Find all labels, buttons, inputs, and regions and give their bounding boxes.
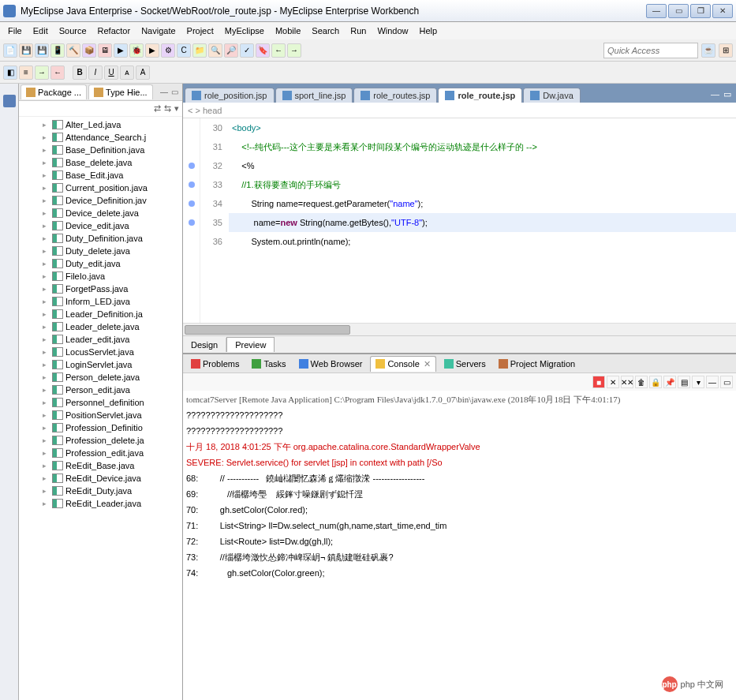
outdent-icon[interactable]: ← [50,66,65,80]
back-icon[interactable]: ← [271,43,286,58]
device-icon[interactable]: 📱 [50,43,65,58]
menu-mobile[interactable]: Mobile [271,24,305,37]
format-icon[interactable]: ≡ [19,66,33,80]
show-source-icon[interactable]: ◧ [3,66,17,80]
tree-item[interactable]: ▸Base_Edit.java [21,169,181,182]
menu-file[interactable]: File [3,24,27,37]
tree-item[interactable]: ▸Personnel_definition [21,396,181,409]
menu-run[interactable]: Run [346,24,371,37]
new-icon[interactable]: 📄 [3,43,17,58]
tree-item[interactable]: ▸Current_position.java [21,182,181,194]
new-class-icon[interactable]: C [177,43,191,58]
debug-icon[interactable]: 🐞 [129,43,144,58]
tree-item[interactable]: ▸ReEdit_Leader.java [21,497,181,510]
editor-tab[interactable]: role_position.jsp [185,88,275,103]
clear-console-icon[interactable]: 🗑 [635,376,648,388]
left-tab[interactable]: Type Hie... [88,84,153,99]
restore-button[interactable]: ❐ [690,4,711,18]
tree-item[interactable]: ▸LocusServlet.java [21,346,181,358]
tree-item[interactable]: ▸Person_delete.java [21,371,181,384]
menu-edit[interactable]: Edit [28,24,53,37]
tree-item[interactable]: ▸Duty_delete.java [21,245,181,257]
link-icon[interactable]: ⇆ [164,103,171,114]
max-console-icon[interactable]: ▭ [720,376,733,388]
tree-item[interactable]: ▸Inform_LED.java [21,295,181,308]
console-output[interactable]: tomcat7Server [Remote Java Application] … [183,391,736,700]
editor-max-icon[interactable]: ▭ [723,89,734,100]
menu-navigate[interactable]: Navigate [136,24,180,37]
server-icon[interactable]: 🖥 [98,43,112,58]
tree-item[interactable]: ▸Profession_edit.java [21,447,181,459]
editor-tab[interactable]: role_routes.jsp [353,88,437,103]
pin-console-icon[interactable]: 📌 [663,376,676,388]
tree-item[interactable]: ▸Person_edit.java [21,384,181,396]
bottom-tab-servers[interactable]: Servers [439,357,491,371]
menu-search[interactable]: Search [307,24,344,37]
breadcrumb[interactable]: < > head [183,103,736,118]
new-package-icon[interactable]: 📁 [192,43,207,58]
tree-item[interactable]: ▸FileIo.java [21,270,181,283]
editor-tab[interactable]: sport_line.jsp [275,88,353,103]
menu-window[interactable]: Window [372,24,413,37]
menu-source[interactable]: Source [54,24,92,37]
bottom-tab-tasks[interactable]: Tasks [247,357,290,371]
task-icon[interactable]: ✓ [240,43,254,58]
search-icon[interactable]: 🔎 [224,43,238,58]
tree-item[interactable]: ▸ForgetPass.java [21,283,181,295]
menu-refactor[interactable]: Refactor [93,24,136,37]
tree-item[interactable]: ▸ReEdit_Base.java [21,459,181,472]
bold-icon[interactable]: B [73,66,87,80]
tree-item[interactable]: ▸Base_delete.java [21,156,181,169]
stop-icon[interactable]: ■ [592,376,605,388]
save-all-icon[interactable]: 💾 [35,43,49,58]
db-icon[interactable] [3,95,16,107]
preview-tab[interactable]: Preview [226,337,275,352]
save-icon[interactable]: 💾 [19,43,33,58]
open-type-icon[interactable]: 🔍 [208,43,222,58]
underline-icon[interactable]: U [104,66,118,80]
left-tab[interactable]: Package ... [21,84,87,99]
tree-item[interactable]: ▸ReEdit_Device.java [21,472,181,485]
tree-item[interactable]: ▸Profession_Definitio [21,421,181,434]
build-icon[interactable]: 🔨 [66,43,80,58]
small-icon[interactable]: ᴀ [120,66,134,80]
tree-item[interactable]: ▸Alter_Led.java [21,118,181,131]
indent-icon[interactable]: → [35,66,49,80]
bookmark-icon[interactable]: 🔖 [256,43,270,58]
tree-item[interactable]: ▸Device_edit.java [21,219,181,232]
tree-item[interactable]: ▸PositionServlet.java [21,409,181,421]
minimize-button[interactable]: — [646,4,667,18]
remove-launch-icon[interactable]: ✕ [607,376,619,388]
tree-item[interactable]: ▸Duty_edit.java [21,257,181,270]
editor-tab[interactable]: role_route.jsp [438,88,522,103]
design-tab[interactable]: Design [183,338,226,352]
bottom-tab-project-migration[interactable]: Project Migration [494,357,581,371]
display-console-icon[interactable]: ▤ [678,376,690,388]
tree-item[interactable]: ▸LoginServlet.java [21,358,181,371]
tree-item[interactable]: ▸Profession_delete.ja [21,434,181,447]
maximize-button[interactable]: ▭ [668,4,689,18]
deploy-icon[interactable]: 📦 [82,43,96,58]
perspective-java-icon[interactable]: ☕ [701,43,715,58]
open-console-icon[interactable]: ▾ [692,376,704,388]
filter-icon[interactable]: ▾ [174,103,179,114]
menu-help[interactable]: Help [415,24,443,37]
menu-myeclipse[interactable]: MyEclipse [220,24,269,37]
tree-item[interactable]: ▸Device_Definition.jav [21,194,181,207]
collapse-icon[interactable]: ⇄ [154,103,161,114]
tree-item[interactable]: ▸Leader_delete.java [21,320,181,333]
run-icon[interactable]: ▶ [145,43,159,58]
menu-project[interactable]: Project [182,24,219,37]
close-button[interactable]: ✕ [712,4,733,18]
tree-item[interactable]: ▸ReEdit_Duty.java [21,485,181,497]
italic-icon[interactable]: I [88,66,103,80]
tree-item[interactable]: ▸Attendance_Search.j [21,131,181,144]
remove-all-icon[interactable]: ✕✕ [621,376,633,388]
tree-item[interactable]: ▸Base_Definition.java [21,144,181,156]
tree-item[interactable]: ▸Device_delete.java [21,207,181,219]
forward-icon[interactable]: → [287,43,301,58]
launch-icon[interactable]: ▶ [114,43,128,58]
tree-item[interactable]: ▸Duty_Definition.java [21,232,181,245]
perspective-icon[interactable]: ⊞ [719,43,733,58]
file-tree[interactable]: ▸Alter_Led.java▸Attendance_Search.j▸Base… [19,117,182,700]
